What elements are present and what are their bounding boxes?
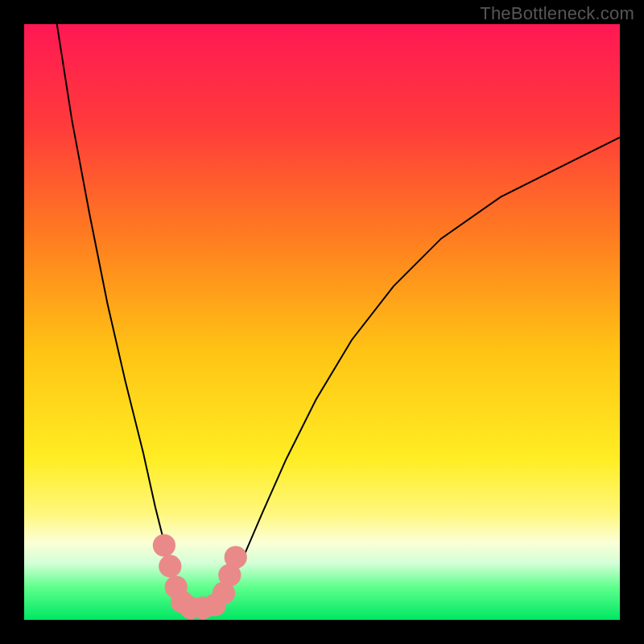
marker-dot [225, 546, 247, 568]
marker-dot [153, 534, 175, 556]
chart-canvas [0, 0, 644, 644]
watermark-text: TheBottleneck.com [480, 3, 634, 24]
marker-dot [159, 555, 181, 577]
plot-background [24, 24, 620, 620]
chart-frame: TheBottleneck.com [0, 0, 644, 644]
